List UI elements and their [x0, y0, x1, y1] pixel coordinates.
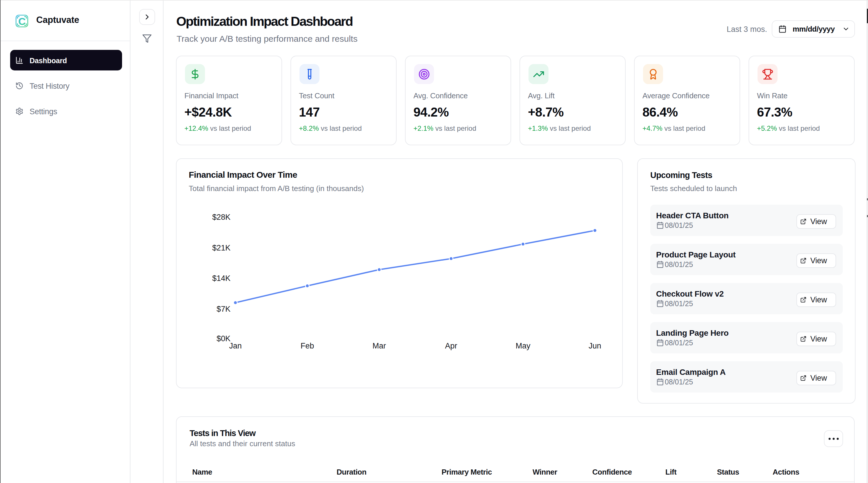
svg-text:C: C [18, 16, 26, 27]
svg-text:$21K: $21K [212, 244, 230, 252]
svg-text:$28K: $28K [212, 213, 230, 221]
svg-text:$0K: $0K [217, 334, 230, 343]
svg-text:Jan: Jan [229, 341, 242, 350]
svg-text:$7K: $7K [217, 305, 230, 313]
svg-text:$14K: $14K [212, 274, 230, 283]
svg-text:Jun: Jun [589, 341, 601, 350]
svg-text:Feb: Feb [301, 341, 314, 350]
svg-text:Mar: Mar [373, 341, 386, 350]
svg-text:Apr: Apr [445, 341, 457, 350]
svg-text:May: May [516, 341, 531, 350]
